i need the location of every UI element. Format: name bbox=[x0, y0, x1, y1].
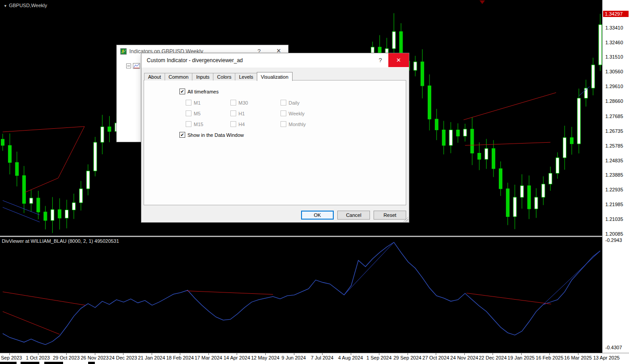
time-axis-label: 26 Nov 2023 bbox=[81, 355, 108, 360]
checkbox-box bbox=[186, 110, 191, 116]
price-axis-label: 1.22935 bbox=[605, 187, 623, 192]
time-axis-label: 4 Aug 2024 bbox=[338, 355, 363, 360]
checkbox-h1: H1 bbox=[230, 110, 245, 116]
tab-levels[interactable]: Levels bbox=[235, 73, 257, 80]
checkbox-box bbox=[280, 100, 286, 106]
indicator-title-label: DivViewer at WILLIAM_BLAU (8000, 2, 1) 4… bbox=[2, 238, 119, 244]
tab-common[interactable]: Common bbox=[165, 73, 193, 80]
checkbox-daily: Daily bbox=[280, 100, 299, 106]
time-axis-label: 1 Oct 2023 bbox=[26, 355, 50, 360]
checkbox-show-in-data-window[interactable]: ✔ Show in the Data Window bbox=[179, 132, 244, 138]
checkbox-h4: H4 bbox=[230, 121, 245, 127]
price-axis-label: 1.27685 bbox=[605, 114, 623, 119]
indicator-chart-svg[interactable] bbox=[0, 237, 602, 353]
reset-button[interactable]: Reset bbox=[374, 211, 406, 220]
time-axis-label: 9 Jun 2024 bbox=[281, 355, 306, 360]
price-axis-label: 1.20085 bbox=[605, 231, 623, 237]
time-axis-label: 29 Oct 2023 bbox=[53, 355, 80, 360]
price-axis-label: 1.24835 bbox=[605, 158, 623, 163]
symbol-text: GBPUSD,Weekly bbox=[9, 3, 47, 8]
checkbox-box bbox=[230, 100, 236, 106]
checkbox-label: Daily bbox=[289, 100, 299, 106]
price-axis-label: 1.33410 bbox=[605, 25, 623, 30]
price-axis-label: 1.29610 bbox=[605, 84, 623, 89]
checkbox-m30: M30 bbox=[230, 100, 248, 106]
dialog-custom-indicator: Custom Indicator - divergenceviewer_ad ?… bbox=[141, 53, 409, 223]
checkbox-m15: M15 bbox=[186, 121, 203, 127]
price-axis-label: 1.23885 bbox=[605, 172, 623, 178]
time-axis-label: 17 Mar 2024 bbox=[195, 355, 222, 360]
price-axis-label: 1.21985 bbox=[605, 202, 623, 207]
bottom-edge-artifact bbox=[0, 362, 17, 364]
checkbox-box bbox=[280, 110, 286, 116]
custom-indicator-help-button[interactable]: ? bbox=[375, 57, 386, 63]
checkbox-box: ✔ bbox=[179, 132, 185, 138]
checkbox-label: Show in the Data Window bbox=[187, 132, 244, 138]
checkbox-monthly: Monthly bbox=[280, 121, 306, 127]
time-axis-label: 13 Apr 2025 bbox=[593, 355, 620, 360]
checkbox-label: M5 bbox=[194, 111, 200, 116]
checkbox-label: H1 bbox=[238, 111, 245, 116]
time-axis-label: 22 Dec 2024 bbox=[479, 355, 506, 360]
cancel-button[interactable]: Cancel bbox=[337, 211, 370, 220]
checkbox-label: All timeframes bbox=[187, 89, 219, 94]
metatrader-window: ▼GBPUSD,Weekly DivViewer at WILLIAM_BLAU… bbox=[0, 0, 629, 364]
indicator-axis-label: -0.4307 bbox=[605, 345, 622, 350]
time-axis-label: 19 Jan 2025 bbox=[508, 355, 535, 360]
time-axis-label: 12 May 2024 bbox=[251, 355, 280, 360]
checkbox-box bbox=[186, 121, 191, 127]
time-axis-label: 1 Sep 2024 bbox=[366, 355, 391, 360]
time-axis-label: 24 Nov 2024 bbox=[450, 355, 478, 360]
checkbox-box bbox=[186, 100, 191, 106]
time-axis-label: 3 Sep 2023 bbox=[0, 355, 22, 360]
tab-about[interactable]: About bbox=[144, 73, 165, 80]
indicator-tree-item[interactable] bbox=[126, 63, 140, 69]
check-icon: ✔ bbox=[180, 133, 184, 137]
tab-inputs[interactable]: Inputs bbox=[192, 73, 213, 80]
price-axis-label: 1.26735 bbox=[605, 128, 623, 134]
tree-collapse-icon[interactable] bbox=[126, 63, 131, 68]
indicator-dialog-icon: f bbox=[120, 48, 127, 56]
chart-symbol-label: ▼GBPUSD,Weekly bbox=[4, 3, 47, 8]
time-axis-label: 16 Feb 2025 bbox=[536, 355, 564, 360]
time-axis-label: 29 Sep 2024 bbox=[393, 355, 421, 360]
close-icon: ✕ bbox=[396, 57, 401, 63]
checkbox-label: Weekly bbox=[289, 111, 305, 116]
time-axis-label: 27 Oct 2024 bbox=[422, 355, 449, 360]
price-axis-label: 1.31510 bbox=[605, 54, 623, 59]
custom-indicator-close-button[interactable]: ✕ bbox=[388, 53, 409, 67]
ok-button[interactable]: OK bbox=[301, 211, 334, 220]
checkbox-box bbox=[280, 121, 286, 127]
bottom-edge-artifact bbox=[21, 362, 39, 364]
current-price-marker: 1.34297 bbox=[603, 11, 629, 17]
price-axis[interactable]: 1.34297 1.334101.324601.315101.305601.29… bbox=[602, 0, 629, 353]
indicator-axis-label: -0.2943 bbox=[605, 237, 622, 243]
chart-alert-marker-icon bbox=[480, 0, 485, 4]
indicator-tree-icon bbox=[133, 63, 140, 69]
checkbox-weekly: Weekly bbox=[280, 110, 305, 116]
price-axis-label: 1.28660 bbox=[605, 98, 623, 104]
custom-indicator-titlebar[interactable]: Custom Indicator - divergenceviewer_ad ?… bbox=[141, 53, 409, 68]
checkbox-label: Monthly bbox=[289, 122, 306, 127]
dialog-tabs: AboutCommonInputsColorsLevelsVisualizati… bbox=[144, 72, 292, 80]
custom-indicator-title: Custom Indicator - divergenceviewer_ad bbox=[147, 57, 243, 63]
tab-visualization[interactable]: Visualization bbox=[257, 72, 293, 81]
time-axis-label: 7 Jul 2024 bbox=[311, 355, 334, 360]
time-axis-label: 18 Feb 2024 bbox=[166, 355, 194, 360]
checkbox-m5: M5 bbox=[186, 110, 200, 116]
time-axis-label: 24 Dec 2023 bbox=[109, 355, 137, 360]
indicator-panel[interactable]: DivViewer at WILLIAM_BLAU (8000, 2, 1) 4… bbox=[0, 237, 602, 353]
time-axis-label: 21 Jan 2024 bbox=[138, 355, 165, 360]
checkbox-label: M15 bbox=[194, 122, 203, 127]
checkbox-label: M30 bbox=[238, 100, 248, 106]
checkbox-all-timeframes[interactable]: ✔ All timeframes bbox=[179, 89, 219, 94]
bottom-edge-artifact bbox=[88, 362, 95, 364]
checkbox-box bbox=[230, 110, 236, 116]
check-icon: ✔ bbox=[180, 89, 184, 94]
tab-colors[interactable]: Colors bbox=[213, 73, 235, 80]
time-axis[interactable]: 3 Sep 20231 Oct 202329 Oct 202326 Nov 20… bbox=[0, 353, 629, 361]
checkbox-box: ✔ bbox=[179, 89, 185, 94]
price-axis-label: 1.25785 bbox=[605, 143, 623, 148]
dialog-tab-panel: ✔ All timeframes ✔ Show in the Data Wind… bbox=[144, 80, 406, 205]
price-axis-label: 1.21035 bbox=[605, 216, 623, 222]
